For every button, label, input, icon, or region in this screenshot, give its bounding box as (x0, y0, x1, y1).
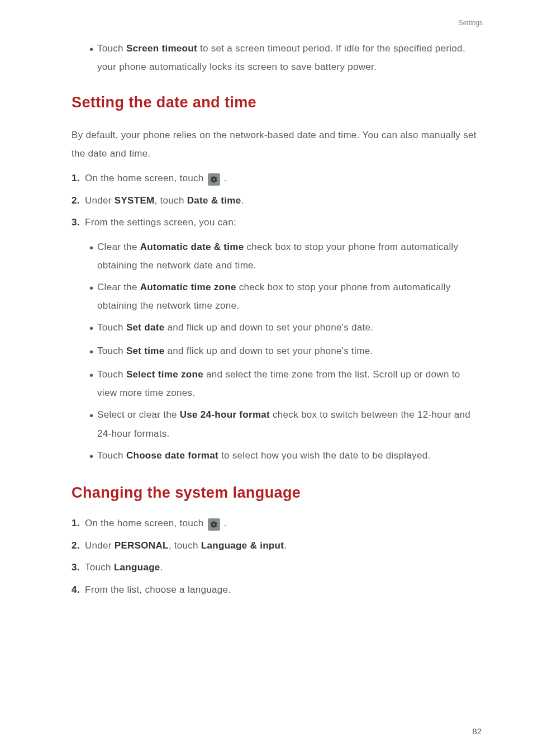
text-span: . (284, 540, 287, 551)
document-page: Settings • Touch Screen timeout to set a… (0, 0, 533, 756)
text-span: On the home screen, touch (85, 518, 207, 528)
bullet-text: Touch Choose date format to select how y… (97, 446, 480, 466)
text-span: Select or clear the (97, 409, 180, 420)
text-span: Touch (85, 562, 114, 573)
numbered-step: 2. Under PERSONAL, touch Language & inpu… (72, 538, 480, 553)
bullet-item: • Select or clear the Use 24-hour format… (89, 405, 480, 442)
step-number: 4. (72, 583, 85, 597)
numbered-step: 3. Touch Language. (72, 560, 480, 575)
bold-text: Language & input (201, 540, 284, 551)
bullet-text: Touch Select time zone and select the ti… (97, 365, 480, 402)
bold-text: Select time zone (126, 369, 203, 380)
bullet-item: • Clear the Automatic date & time check … (89, 238, 480, 275)
step-number: 2. (72, 538, 85, 553)
numbered-step: 3. From the settings screen, you can: (72, 215, 480, 230)
bullet-item: • Touch Set time and flick up and down t… (89, 342, 480, 362)
bullet-item: • Touch Screen timeout to set a screen t… (89, 39, 480, 76)
settings-icon (208, 173, 220, 186)
header-section-label: Settings (459, 19, 483, 27)
text-span: , touch (169, 540, 201, 551)
text-span: and flick up and down to set your phone'… (164, 346, 373, 356)
text-span: and flick up and down to set your phone'… (164, 322, 373, 333)
bullet-text: Clear the Automatic time zone check box … (97, 278, 480, 315)
step-number: 3. (72, 215, 85, 230)
text-span: . (224, 173, 227, 183)
section-intro: By default, your phone relies on the net… (72, 126, 480, 163)
text-span: On the home screen, touch (85, 173, 207, 183)
step-number: 3. (72, 560, 85, 575)
bullet-text: Touch Screen timeout to set a screen tim… (97, 39, 480, 76)
step-text: On the home screen, touch . (85, 171, 480, 186)
bold-text: Set time (126, 346, 165, 356)
step-text: From the settings screen, you can: (85, 215, 480, 230)
bullet-item: • Touch Select time zone and select the … (89, 365, 480, 402)
text-span: to select how you wish the date to be di… (218, 450, 430, 461)
text-span: . (160, 562, 163, 573)
text-span: Touch (97, 346, 126, 356)
text-span: , touch (155, 195, 187, 206)
bullet-marker: • (89, 405, 97, 442)
bullet-item: • Touch Choose date format to select how… (89, 446, 480, 466)
step-text: Under SYSTEM, touch Date & time. (85, 193, 480, 208)
section-heading-language: Changing the system language (72, 484, 480, 502)
bold-text: Date & time (187, 195, 241, 206)
sub-bullet-list: • Clear the Automatic date & time check … (72, 238, 480, 466)
bullet-marker: • (89, 446, 97, 466)
numbered-step: 1. On the home screen, touch . (72, 516, 480, 531)
bullet-text: Select or clear the Use 24-hour format c… (97, 405, 480, 442)
bold-text: Set date (126, 322, 165, 333)
section-heading-date-time: Setting the date and time (72, 94, 480, 111)
bullet-marker: • (89, 278, 97, 315)
bullet-text: Touch Set date and flick up and down to … (97, 318, 480, 338)
numbered-step: 4. From the list, choose a language. (72, 583, 480, 597)
bold-text: Screen timeout (126, 43, 197, 54)
bold-text: Automatic date & time (140, 242, 244, 252)
page-number: 82 (472, 726, 482, 736)
text-span: Clear the (97, 242, 140, 252)
numbered-step: 2. Under SYSTEM, touch Date & time. (72, 193, 480, 208)
step-text: From the list, choose a language. (85, 583, 480, 597)
bold-text: Choose date format (126, 450, 218, 461)
text-span: Under (85, 540, 115, 551)
bullet-marker: • (89, 238, 97, 275)
bold-text: Automatic time zone (140, 282, 236, 292)
text-span: Touch (97, 322, 126, 333)
text-span: Touch (97, 43, 126, 54)
step-text: On the home screen, touch . (85, 516, 480, 531)
text-span: . (224, 518, 227, 528)
text-span: Touch (97, 450, 126, 461)
bold-text: SYSTEM (115, 195, 155, 206)
bold-text: Use 24-hour format (180, 409, 270, 420)
bold-text: PERSONAL (115, 540, 169, 551)
bullet-marker: • (89, 39, 97, 76)
bold-text: Language (114, 562, 160, 573)
text-span: Touch (97, 369, 126, 380)
bullet-marker: • (89, 318, 97, 338)
bullet-text: Touch Set time and flick up and down to … (97, 342, 480, 362)
bullet-text: Clear the Automatic date & time check bo… (97, 238, 480, 275)
numbered-step: 1. On the home screen, touch . (72, 171, 480, 186)
step-text: Touch Language. (85, 560, 480, 575)
text-span: Under (85, 195, 115, 206)
settings-icon (208, 518, 220, 531)
text-span: . (241, 195, 244, 206)
bullet-item: • Touch Set date and flick up and down t… (89, 318, 480, 338)
bullet-item: • Clear the Automatic time zone check bo… (89, 278, 480, 315)
step-number: 1. (72, 516, 85, 531)
step-number: 1. (72, 171, 85, 186)
text-span: Clear the (97, 282, 140, 292)
bullet-marker: • (89, 342, 97, 362)
step-number: 2. (72, 193, 85, 208)
bullet-marker: • (89, 365, 97, 402)
step-text: Under PERSONAL, touch Language & input. (85, 538, 480, 553)
